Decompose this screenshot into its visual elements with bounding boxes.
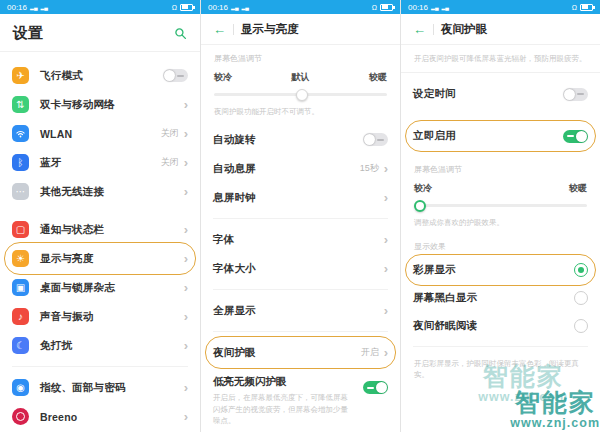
signal-icon-2: ▂▄ <box>40 4 47 10</box>
headset-icon: Ω <box>372 4 377 11</box>
item-font[interactable]: 字体 › <box>201 225 400 254</box>
status-bar: 00:16 ▂▄ ▂▄ Ω <box>401 0 600 14</box>
item-value: 关闭 <box>161 156 179 169</box>
slider-label-cold: 较冷 <box>414 182 432 195</box>
status-bar: 00:16 ▂▄ ▂▄ Ω <box>0 0 200 14</box>
color-temp-note: 夜间护眼功能开启时不可调节。 <box>201 101 400 121</box>
item-set-time[interactable]: 设定时间 <box>401 80 600 108</box>
item-low-brightness-flicker-free[interactable]: 低亮无频闪护眼 开启后，在屏幕最低亮度下，可降低屏幕闪烁产生的视觉疲劳，但屏幕会… <box>201 371 400 426</box>
settings-item-wallpaper[interactable]: ▣ 桌面与锁屏杂志 › <box>0 273 200 302</box>
item-label: 立即启用 <box>413 129 563 143</box>
settings-item-airplane-mode[interactable]: ✈ 飞行模式 <box>0 61 200 90</box>
radio-selected-icon[interactable] <box>574 263 588 277</box>
item-label: 自动息屏 <box>213 162 360 176</box>
item-label: Breeno <box>40 411 184 423</box>
night-color-temp-note: 调整成你喜欢的护眼效果。 <box>401 212 600 232</box>
option-label: 彩屏显示 <box>413 263 574 277</box>
night-color-temp-labels: 较冷 较暖 <box>401 179 600 199</box>
more-dots-icon: ⋯ <box>12 183 29 200</box>
airplane-icon: ✈ <box>12 67 29 84</box>
item-label: 息屏时钟 <box>213 191 384 205</box>
page-title: 夜间护眼 <box>441 22 487 37</box>
wallpaper-icon: ▣ <box>12 279 29 296</box>
divider <box>213 289 388 290</box>
item-night-shield[interactable]: 夜间护眼 开启 › <box>201 338 400 367</box>
chevron-right-icon: › <box>384 304 388 317</box>
settings-item-sound-vibration[interactable]: ♪ 声音与振动 › <box>0 302 200 331</box>
settings-item-display-brightness[interactable]: ☀ 显示与亮度 › <box>0 244 200 273</box>
watermark-brand: 智能家 <box>510 389 600 417</box>
breeno-icon <box>12 408 29 425</box>
set-time-toggle[interactable] <box>563 88 588 101</box>
airplane-toggle[interactable] <box>163 69 188 82</box>
search-icon[interactable] <box>174 27 187 40</box>
divider <box>12 366 188 367</box>
signal-icon: ▂▄ <box>431 4 438 10</box>
signal-icon-2: ▂▄ <box>241 4 248 10</box>
item-label: 字体大小 <box>213 262 384 276</box>
item-description: 开启后，在屏幕最低亮度下，可降低屏幕闪烁产生的视觉疲劳，但屏幕会增加少量噪点。 <box>213 392 355 426</box>
auto-rotate-toggle[interactable] <box>363 133 388 146</box>
option-color-display[interactable]: 彩屏显示 <box>401 256 600 284</box>
item-enable-now[interactable]: 立即启用 <box>401 122 600 150</box>
status-time: 00:16 <box>208 3 228 12</box>
settings-header: 设置 <box>0 14 200 51</box>
settings-item-wlan[interactable]: WLAN 关闭 › <box>0 119 200 148</box>
option-black-white-display[interactable]: 屏幕黑白显示 <box>401 284 600 312</box>
divider <box>213 218 388 219</box>
flicker-free-toggle[interactable] <box>363 381 388 394</box>
divider <box>213 331 388 332</box>
radio-unselected-icon[interactable] <box>574 291 588 305</box>
group-gap <box>401 108 600 122</box>
item-font-size[interactable]: 字体大小 › <box>201 254 400 283</box>
slider-label-warm: 较暖 <box>369 71 387 84</box>
settings-item-do-not-disturb[interactable]: ☾ 免打扰 › <box>0 331 200 360</box>
settings-item-bluetooth[interactable]: ᛒ 蓝牙 关闭 › <box>0 148 200 177</box>
back-arrow-icon[interactable]: ← <box>413 23 426 36</box>
divider <box>413 346 588 347</box>
item-label: 设定时间 <box>413 87 563 101</box>
chevron-right-icon: › <box>184 156 188 169</box>
item-screen-off-clock[interactable]: 息屏时钟 › <box>201 183 400 212</box>
settings-item-dual-sim[interactable]: ⇅ 双卡与移动网络 › <box>0 90 200 119</box>
chevron-right-icon: › <box>184 185 188 198</box>
enable-now-toggle[interactable] <box>563 130 588 143</box>
moon-icon: ☾ <box>12 337 29 354</box>
slider-knob[interactable] <box>414 200 426 212</box>
night-shield-screen: 00:16 ▂▄ ▂▄ Ω ← 夜间护眼 开启夜间护眼可降低屏幕蓝光辐射，预防用… <box>400 0 600 432</box>
item-label: 夜间护眼 <box>213 346 361 360</box>
item-label: 双卡与移动网络 <box>40 98 184 112</box>
notification-icon: ▢ <box>12 221 29 238</box>
item-auto-rotate[interactable]: 自动旋转 <box>201 125 400 154</box>
settings-item-breeno[interactable]: Breeno › <box>0 402 200 431</box>
chevron-right-icon: › <box>184 281 188 294</box>
option-night-reading[interactable]: 夜间舒眠阅读 <box>401 312 600 340</box>
settings-item-fingerprint-password[interactable]: ◉ 指纹、面部与密码 › <box>0 373 200 402</box>
item-auto-screen-off[interactable]: 自动息屏 15秒 › <box>201 154 400 183</box>
signal-icon: ▂▄ <box>30 4 37 10</box>
item-value: 开启 <box>361 346 379 359</box>
headset-icon: Ω <box>572 4 577 11</box>
settings-item-notifications[interactable]: ▢ 通知与状态栏 › <box>0 215 200 244</box>
night-color-temp-slider[interactable] <box>414 199 587 212</box>
night-shield-description: 开启夜间护眼可降低屏幕蓝光辐射，预防用眼疲劳。 <box>401 45 600 72</box>
chevron-right-icon: › <box>184 310 188 323</box>
settings-item-other-wireless[interactable]: ⋯ 其他无线连接 › <box>0 177 200 206</box>
page-header: ← 夜间护眼 <box>401 14 600 44</box>
radio-unselected-icon[interactable] <box>574 319 588 333</box>
item-label: 蓝牙 <box>40 156 161 170</box>
watermark-url: www.znj.com <box>510 416 600 430</box>
divider <box>0 51 200 52</box>
chevron-right-icon: › <box>184 223 188 236</box>
item-label: 低亮无频闪护眼 <box>213 375 355 389</box>
divider <box>401 72 600 73</box>
display-effect-note: 开启彩屏显示，护眼同时保留丰富色彩，阅读更真实。 <box>401 353 600 385</box>
color-temp-slider[interactable] <box>214 88 387 101</box>
slider-knob[interactable] <box>296 89 308 101</box>
slider-track <box>414 204 587 207</box>
chevron-right-icon: › <box>184 127 188 140</box>
item-full-screen-display[interactable]: 全屏显示 › <box>201 296 400 325</box>
status-time: 00:16 <box>7 3 27 12</box>
page-title: 显示与亮度 <box>241 22 299 37</box>
back-arrow-icon[interactable]: ← <box>213 23 226 36</box>
